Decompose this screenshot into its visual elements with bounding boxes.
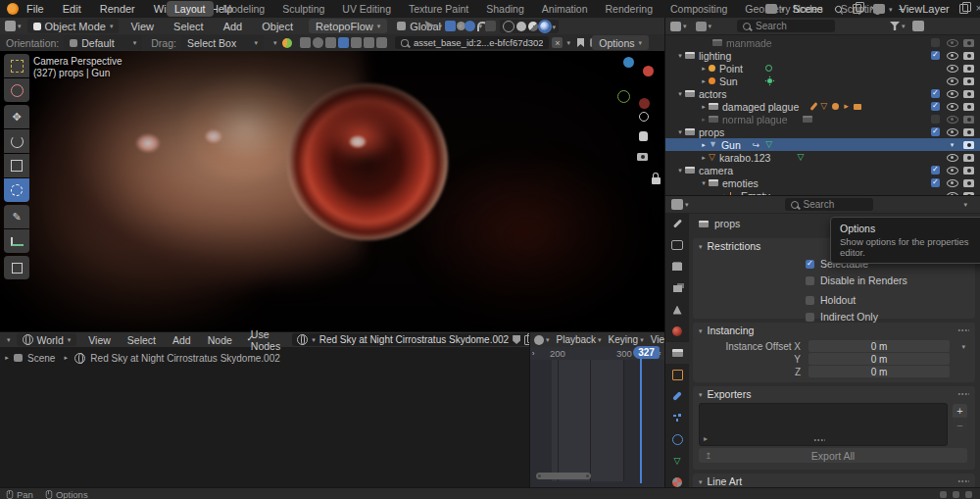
search-options-chevron[interactable] [566,39,570,46]
instancing-collapse-caret[interactable] [699,327,703,334]
tab-view-layer[interactable] [665,277,689,299]
item-label[interactable]: Point [719,63,743,75]
outliner-filter-chevron[interactable] [709,23,712,29]
properties-editor-chevron[interactable] [685,201,689,208]
viewport-menu-object[interactable]: Object [260,21,295,32]
properties-options-chevron[interactable] [963,201,967,208]
copy-viewlayer-icon[interactable] [959,4,968,14]
mode-dropdown[interactable]: Object Mode [27,19,120,33]
render-camera-icon[interactable] [963,179,974,187]
exporters-collapse-caret[interactable] [699,391,703,398]
workspace-tab-animation[interactable]: Animation [534,1,596,17]
hide-eye-icon[interactable] [947,116,958,124]
blender-logo-icon[interactable] [7,3,19,15]
indirect-only-checkbox[interactable] [806,313,814,322]
workspace-tab-rendering[interactable]: Rendering [598,1,661,17]
viewport-canvas[interactable]: Camera Perspective (327) props | Gun ✥ ✎ [0,51,664,331]
indirect-only-label[interactable]: Indirect Only [820,311,878,323]
keying-menu[interactable]: Keying [609,334,644,345]
workspace-tab-sculpting[interactable]: Sculpting [274,1,332,17]
item-label[interactable]: lighting [699,50,731,62]
tab-physics[interactable] [665,428,689,450]
tool-select-box[interactable] [4,54,29,77]
disable-renders-checkbox[interactable] [806,276,814,285]
outliner-funnel-icon[interactable] [890,22,900,30]
breadcrumb-collection-label[interactable]: props [714,218,740,229]
expand-caret[interactable]: ▸ [699,77,709,85]
overlays-chevron[interactable] [459,23,463,29]
timeline-editor-chevron[interactable] [546,336,550,343]
view-menu-truncated[interactable]: Vie [651,334,664,345]
asset-tool-icon-6[interactable] [364,37,374,48]
breadcrumb-scene-label[interactable]: Scene [27,353,55,364]
fake-user-shield-icon[interactable] [513,335,520,344]
disable-renders-label[interactable]: Disable in Renders [820,274,907,286]
exclude-checkbox[interactable] [931,115,940,124]
instance-offset-y-field[interactable]: 0 m [808,353,950,365]
panel-grip[interactable] [957,328,969,332]
menu-render[interactable]: Render [98,3,137,15]
timeline-scrollbar[interactable] [536,473,591,479]
expand-caret[interactable]: ▸ [699,65,709,73]
menu-file[interactable]: File [24,3,46,15]
item-label[interactable]: Sun [719,75,738,87]
outliner-row-damaged-plague[interactable]: ▸ damaged plague ▽ ▸ [665,100,980,113]
editor-type-properties-icon[interactable] [671,199,683,210]
menu-edit[interactable]: Edit [61,3,83,15]
render-camera-icon[interactable] [963,103,974,111]
add-exporter-button[interactable]: + [953,404,967,418]
outliner-row-sun[interactable]: ▸ Sun [665,75,980,87]
asset-tool-icon-4-active[interactable] [338,37,349,48]
expand-caret[interactable]: ▾ [675,52,685,60]
pin-scene-icon[interactable] [833,4,843,14]
row-chevron[interactable] [951,141,955,148]
editor-type-timeline-icon[interactable] [534,335,544,345]
instance-offset-x-field[interactable]: 0 m [808,340,950,352]
asset-tool-icon-1[interactable] [300,37,311,48]
options-dropdown[interactable]: Options [592,35,649,50]
tool-cursor[interactable] [4,78,29,102]
workspace-tab-uv-editing[interactable]: UV Editing [334,1,399,17]
holdout-label[interactable]: Holdout [820,294,856,306]
panel-grip[interactable] [957,479,969,483]
new-collection-icon[interactable] [912,21,924,31]
render-camera-icon[interactable] [963,167,974,175]
hide-eye-icon[interactable] [947,103,958,111]
shading-solid-icon[interactable] [516,22,526,31]
outliner-filter-image-icon[interactable] [696,22,707,31]
instancing-title[interactable]: Instancing [708,324,755,336]
tab-scene[interactable] [665,299,689,321]
hide-eye-icon[interactable] [947,179,958,187]
expand-caret[interactable]: ▸ [699,141,709,149]
bookmark-icon[interactable] [577,38,584,47]
tab-world[interactable] [665,321,689,342]
viewport-lock-icon[interactable] [652,177,661,184]
outliner-row-normal-plague[interactable]: ▸ normal plague [665,113,980,125]
gizmo-neg-x-axis[interactable] [639,98,650,109]
item-label[interactable]: Gun [721,139,741,151]
asset-tool-icon-5[interactable] [351,37,362,48]
asset-tool-icon-2[interactable] [313,37,323,48]
exporters-expand-arrow[interactable]: ▸ [704,434,708,443]
outliner-search-field[interactable]: Search [737,20,835,32]
tool-annotate[interactable]: ✎ [4,205,29,228]
outliner-row-actors[interactable]: ▾ actors [665,87,980,100]
hide-eye-icon[interactable] [947,77,958,85]
gizmo-x-axis[interactable] [643,66,654,76]
hide-eye-icon[interactable] [947,90,958,98]
playhead[interactable] [640,346,642,483]
outliner-row-manmade[interactable]: manmade [665,36,980,49]
outliner-row-emoties[interactable]: ▾ emoties [665,176,980,189]
outliner-row-gun-selected[interactable]: ▸ ▼ Gun ↪ ▽ [665,138,980,151]
editor-type-3dview-icon[interactable] [5,21,16,31]
asset-search-field[interactable]: asset_base_id:2...e-bfcf67d30246 [395,36,549,49]
holdout-checkbox[interactable] [806,296,814,305]
expand-caret[interactable]: ▸ [699,154,709,162]
viewport-menu-view[interactable]: View [128,21,156,32]
lineart-collapse-caret[interactable] [699,478,703,485]
render-camera-icon[interactable] [963,116,974,124]
hide-eye-icon[interactable] [947,128,958,136]
breadcrumb-world-label[interactable]: Red Sky at Night Cirrostratus Skydome.00… [90,353,279,364]
outliner-display-chevron[interactable] [683,23,687,29]
properties-search-field[interactable]: Search [785,198,873,211]
